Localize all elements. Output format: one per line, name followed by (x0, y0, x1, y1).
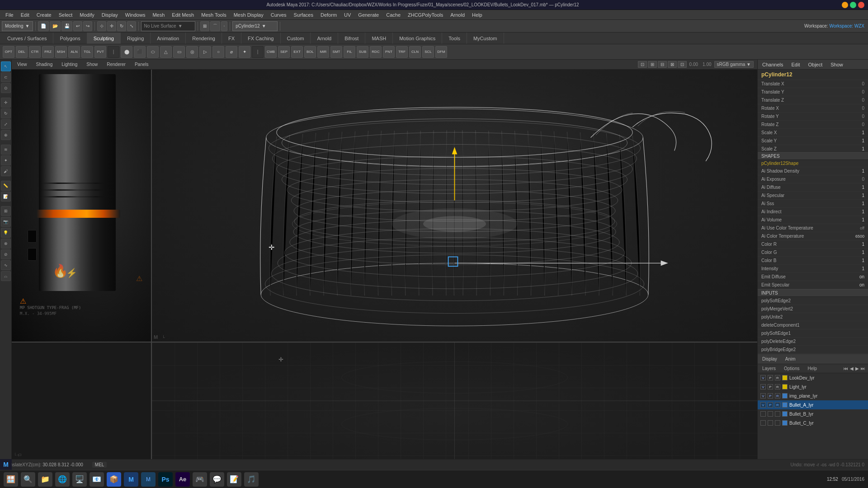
ch-tab-edit[interactable]: Edit (789, 61, 802, 68)
shelf-separate[interactable]: SEP (278, 46, 290, 58)
layer-imgplane[interactable]: V P R img_plane_lyr (758, 391, 868, 400)
shelf-delete[interactable]: DEL (16, 46, 28, 58)
layer-r-bulletc[interactable] (775, 420, 780, 426)
shelf-combine[interactable]: CMB (265, 46, 277, 58)
camera-view[interactable]: 🔥 ⚡ MP SHOTGUN TYPE-FRAG (MF) M.X. - 34-… (12, 70, 151, 342)
menu-edit[interactable]: Edit (17, 11, 33, 19)
taskbar-browser[interactable]: 🌐 (55, 472, 70, 487)
tab-fx-caching[interactable]: FX Caching (241, 33, 280, 44)
shelf-cube[interactable]: ⬛ (134, 46, 146, 58)
tab-rendering[interactable]: Rendering (186, 33, 222, 44)
menu-uv[interactable]: UV (340, 11, 354, 19)
vt-wire[interactable]: ⊡ (678, 61, 687, 68)
taskbar-start[interactable]: 🪟 (4, 472, 18, 487)
vh-panels[interactable]: Panels (133, 61, 151, 68)
layer-sub-help[interactable]: Help (806, 365, 819, 372)
tab-mash[interactable]: MASH (365, 33, 393, 44)
shelf-deform[interactable]: DFM (435, 46, 447, 58)
shelf-cylinder[interactable]: ⬭ (147, 46, 159, 58)
shelf-pipe[interactable]: ○ (212, 46, 224, 58)
menu-arnold[interactable]: Arnold (447, 11, 468, 19)
taskbar-app1[interactable]: 🎮 (193, 472, 207, 487)
shelf-align[interactable]: ALN (68, 46, 80, 58)
undo-btn[interactable]: ↩ (73, 21, 82, 31)
surface-btn[interactable]: ⌓ (1, 271, 11, 281)
layer-r-bulleta[interactable]: R (775, 402, 780, 408)
menu-deform[interactable]: Deform (317, 11, 340, 19)
shelf-sphere[interactable]: ⬤ (121, 46, 132, 58)
scale-btn[interactable]: ⤢ (1, 119, 11, 129)
shelf-subdiv[interactable]: SUB (357, 46, 368, 58)
menu-surfaces[interactable]: Surfaces (290, 11, 317, 19)
taskbar-files[interactable]: 📁 (38, 472, 52, 487)
layer-vis-bulletc[interactable] (760, 420, 766, 426)
layer-nav-next[interactable]: ▶ (855, 366, 859, 371)
menu-modify[interactable]: Modify (76, 11, 98, 19)
menu-mesh[interactable]: Mesh (149, 11, 168, 19)
new-file-btn[interactable]: 📄 (38, 21, 49, 31)
shelf-center[interactable]: CTR (29, 46, 41, 58)
taskbar-dropbox[interactable]: 📦 (107, 472, 121, 487)
ik-btn[interactable]: ⊘ (1, 249, 11, 259)
input-deletecomp1[interactable]: deleteComponent1 (758, 321, 868, 329)
save-btn[interactable]: 💾 (61, 21, 72, 31)
shelf-cleanup[interactable]: CLN (409, 46, 421, 58)
layer-r-imgplane[interactable]: R (775, 393, 780, 399)
ch-tab-show[interactable]: Show (829, 61, 845, 68)
layer-vis-light[interactable]: V (760, 384, 766, 389)
layer-bullet-c[interactable]: Bullet_C_lyr (758, 418, 868, 427)
tab-arnold[interactable]: Arnold (311, 33, 338, 44)
menu-generate[interactable]: Generate (354, 11, 382, 19)
show-manip-btn[interactable]: ⊞ (1, 206, 11, 216)
move-tool[interactable]: ✛ (107, 21, 116, 31)
layer-anim-tab[interactable]: Anim (783, 356, 797, 362)
measure-btn[interactable]: 📏 (1, 181, 11, 191)
scale-tool[interactable]: ⤡ (127, 21, 136, 31)
paint-weights-btn[interactable]: 🖌 (1, 166, 11, 176)
shelf-torus[interactable]: ◎ (186, 46, 198, 58)
vh-view[interactable]: View (15, 61, 29, 68)
layer-p-light[interactable]: P (768, 384, 773, 389)
taskbar-ae[interactable]: Ae (175, 472, 190, 487)
layer-lookdev[interactable]: V P R LookDev_lyr (758, 373, 868, 382)
layer-p-lookdev[interactable]: P (768, 375, 773, 380)
shelf-paint[interactable]: PNT (383, 46, 395, 58)
ch-tab-channels[interactable]: Channels (760, 61, 785, 68)
menu-mesh-display[interactable]: Mesh Display (230, 11, 267, 19)
ch-tab-object[interactable]: Object (806, 61, 824, 68)
input-polyunite2[interactable]: polyUnite2 (758, 313, 868, 321)
curve-btn[interactable]: ∿ (1, 260, 11, 270)
layer-sub-options[interactable]: Options (782, 365, 801, 372)
sculpt-btn[interactable]: ✦ (1, 155, 11, 165)
layer-bullet-b[interactable]: Bullet_B_lyr (758, 409, 868, 418)
annotation-btn[interactable]: 📝 (1, 192, 11, 202)
layer-vis-bulletb[interactable] (760, 411, 766, 417)
snap-point[interactable]: · (221, 21, 228, 31)
layer-nav-prev[interactable]: ◀ (850, 366, 854, 371)
layer-display-tab[interactable]: Display (760, 356, 779, 362)
tab-fx[interactable]: FX (222, 33, 241, 44)
wireframe-panel[interactable]: M └ (152, 70, 757, 342)
menu-display[interactable]: Display (98, 11, 122, 19)
layer-p-bulletc[interactable] (768, 420, 773, 426)
tab-rigging[interactable]: Rigging (121, 33, 151, 44)
layer-r-bulletb[interactable] (775, 411, 780, 417)
vh-renderer[interactable]: Renderer (105, 61, 127, 68)
menu-cache[interactable]: Cache (382, 11, 404, 19)
shelf-transfer[interactable]: TRF (396, 46, 408, 58)
shelf-fill[interactable]: FIL (344, 46, 355, 58)
vh-shading[interactable]: Shading (34, 61, 55, 68)
menu-windows[interactable]: Windows (122, 11, 149, 19)
tab-mycustom[interactable]: MyCustom (467, 33, 504, 44)
vt-persp[interactable]: ⊡ (638, 61, 647, 68)
shelf-optimize[interactable]: OPT (3, 46, 14, 58)
tab-curves-surfaces[interactable]: Curves / Surfaces (1, 33, 53, 44)
input-polybridge2[interactable]: polyBridgeEdge2 (758, 346, 868, 354)
vt-gamma[interactable]: sRGB gamma ▼ (714, 61, 754, 68)
shelf-reduce[interactable]: RDC (370, 46, 382, 58)
move-btn[interactable]: ✛ (1, 98, 11, 108)
input-polysoft2[interactable]: polySoftEdge2 (758, 297, 868, 305)
tab-motion-graphics[interactable]: Motion Graphics (393, 33, 442, 44)
shelf-cone[interactable]: △ (160, 46, 172, 58)
tab-custom[interactable]: Custom (281, 33, 311, 44)
